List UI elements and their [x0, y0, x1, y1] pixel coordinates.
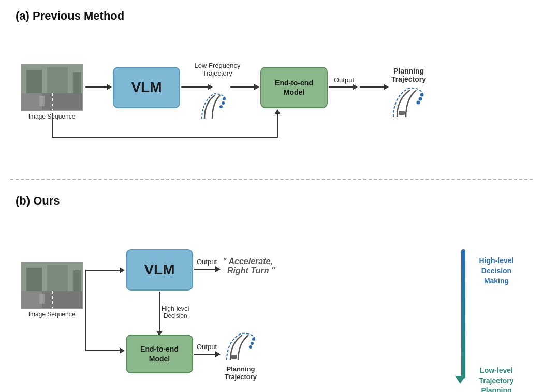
street-image-a	[21, 64, 83, 111]
planning-traj-a: Planning Trajectory	[389, 67, 428, 120]
svg-rect-18	[47, 265, 68, 291]
part-b-content: Image Sequence VLM Out	[16, 221, 527, 392]
arrow-img-vlm-a	[85, 86, 111, 88]
planning-traj-label-b: Planning Trajectory	[223, 365, 259, 381]
section-divider	[10, 179, 533, 180]
part-b-label: (b) Ours	[16, 194, 527, 208]
arrow-vlm-lowfreq	[181, 86, 212, 88]
arrow-vlm-output-b	[194, 269, 220, 270]
svg-rect-21	[39, 294, 45, 304]
part-b-section: (b) Ours Image Sequence	[16, 194, 527, 382]
e2e-box-a: End-to-endModel	[260, 67, 328, 108]
svg-point-11	[420, 93, 424, 97]
arrow-output-planning-a	[360, 86, 388, 88]
high-level-decision-label: High-level Decision	[162, 305, 189, 320]
svg-rect-20	[42, 291, 83, 309]
arrow-e2e-output-b	[194, 354, 220, 355]
output-label-b2: Output	[197, 343, 217, 351]
output-label-b1: Output	[197, 258, 217, 266]
output-label-a: Output	[334, 76, 354, 84]
svg-point-12	[419, 97, 422, 101]
bottom-connector-from-img	[52, 113, 53, 138]
svg-point-9	[222, 101, 225, 105]
e2e-box-b: End-to-endModel	[126, 335, 193, 373]
svg-point-25	[249, 345, 252, 349]
image-sequence-b: Image Sequence	[21, 262, 83, 318]
vlm-box-a: VLM	[113, 67, 180, 108]
gradient-bar-b	[461, 249, 465, 379]
arrow-e2e-output-a	[329, 86, 357, 88]
svg-point-10	[219, 105, 223, 108]
svg-rect-2	[26, 70, 42, 93]
svg-rect-17	[26, 268, 42, 291]
planning-traj-label-a: Planning Trajectory	[389, 67, 428, 83]
svg-rect-26	[231, 355, 237, 359]
low-level-tp-label: Low-level Trajectory Planning	[468, 366, 525, 392]
fork-h-e2e-b	[85, 350, 124, 351]
accelerate-text: " Accelerate, Right Turn "	[223, 257, 275, 275]
fork-vertical-main-b	[85, 270, 86, 351]
high-level-dm-label: High-level Decision Making	[468, 256, 525, 286]
main-container: (a) Previous Method	[0, 0, 543, 392]
arrow-lowfreq-e2e	[230, 86, 259, 88]
image-sequence-label-b: Image Sequence	[21, 311, 83, 318]
fork-h-vlm-b	[85, 270, 124, 271]
svg-rect-6	[39, 96, 45, 106]
gradient-bar-arrow	[458, 376, 465, 384]
bottom-connector-horizontal	[52, 137, 278, 138]
arrow-vlm-e2e-vertical-b	[159, 292, 160, 336]
svg-point-8	[223, 97, 226, 100]
low-freq-label: Low Frequency Trajectory	[192, 62, 243, 77]
part-a-label: (a) Previous Method	[16, 9, 527, 23]
svg-rect-5	[42, 93, 83, 111]
svg-rect-3	[47, 67, 68, 93]
image-sequence-a: Image Sequence	[21, 64, 83, 120]
part-a-section: (a) Previous Method	[16, 9, 527, 170]
svg-point-23	[252, 338, 255, 341]
bottom-connector-vertical	[277, 110, 278, 138]
low-freq-road-icon-a	[199, 93, 228, 123]
svg-point-13	[417, 101, 420, 105]
planning-traj-b: Planning Trajectory	[223, 332, 259, 381]
svg-rect-19	[73, 270, 81, 291]
svg-rect-14	[399, 111, 405, 115]
svg-point-24	[251, 342, 254, 345]
street-image-b	[21, 262, 83, 309]
vlm-box-b: VLM	[126, 249, 193, 291]
svg-rect-4	[73, 72, 81, 93]
part-a-content: Image Sequence VLM Low Frequency Traject…	[16, 36, 527, 170]
